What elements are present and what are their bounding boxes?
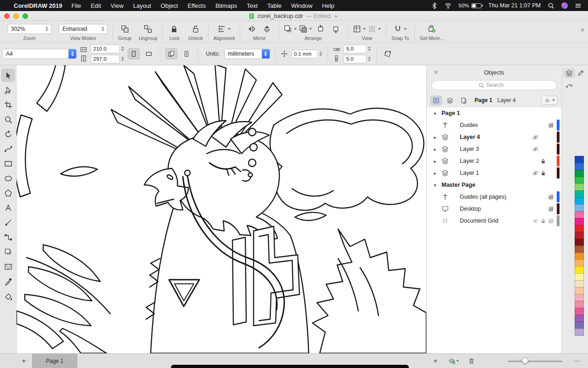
expand-chevron-icon[interactable]: ▸ (431, 147, 439, 152)
transparency-tool[interactable] (1, 260, 15, 273)
close-window-button[interactable] (4, 13, 10, 19)
color-swatch-6[interactable] (575, 197, 584, 205)
expand-chevron-icon[interactable]: ▸ (431, 135, 439, 140)
wifi-icon[interactable] (445, 2, 452, 9)
color-swatch-12[interactable] (575, 239, 584, 246)
back-one-button[interactable] (329, 23, 342, 35)
mirror-vertical-button[interactable] (260, 23, 273, 35)
menu-effects[interactable]: Effects (187, 2, 206, 9)
landscape-button[interactable] (143, 48, 155, 59)
delete-button[interactable] (466, 356, 477, 366)
menu-view[interactable]: View (111, 2, 124, 9)
printer-off-toggle[interactable] (547, 121, 555, 129)
palette-editor-button[interactable] (575, 68, 587, 78)
eyedropper-tool[interactable] (1, 275, 15, 288)
ellipse-tool[interactable] (1, 172, 15, 185)
units-select[interactable]: millimeters (224, 49, 270, 59)
color-swatch-10[interactable] (575, 225, 584, 232)
dimension-tool[interactable] (1, 216, 15, 229)
menu-table[interactable]: Table (267, 2, 282, 9)
color-swatch-1[interactable] (575, 163, 584, 170)
zoom-level-select[interactable]: 302% (7, 24, 51, 34)
spotlight-icon[interactable] (548, 2, 554, 9)
menu-object[interactable]: Object (161, 2, 178, 9)
snap-to-button[interactable] (394, 23, 407, 35)
color-swatch-13[interactable] (575, 246, 584, 253)
color-swatch-3[interactable] (575, 177, 584, 184)
rectangle-tool[interactable] (1, 157, 15, 170)
portrait-button[interactable] (128, 48, 140, 59)
control-center-icon[interactable] (575, 2, 582, 9)
color-swatch-2[interactable] (575, 170, 584, 177)
group-button[interactable] (119, 23, 131, 35)
collapse-triangle-icon[interactable]: ▾ (431, 183, 439, 188)
color-swatch-15[interactable] (575, 259, 584, 267)
printer-off-toggle[interactable] (547, 217, 555, 224)
bottom-options-button[interactable]: ⋯ (573, 357, 581, 365)
ungroup-button[interactable] (141, 23, 154, 35)
color-swatch-4[interactable] (575, 184, 584, 191)
expand-chevron-icon[interactable]: ▸ (431, 159, 439, 164)
lock-toggle[interactable] (539, 217, 547, 224)
alignment-button[interactable] (218, 23, 231, 35)
treat-as-filled-button[interactable] (382, 48, 394, 59)
view-wireframe-button[interactable] (353, 23, 366, 35)
title-chevron-down-icon[interactable] (333, 13, 339, 19)
color-swatch-8[interactable] (575, 211, 584, 218)
add-page-button[interactable]: + (18, 356, 29, 366)
color-swatch-20[interactable] (575, 294, 584, 301)
forward-one-button[interactable] (314, 23, 327, 35)
mirror-horizontal-button[interactable] (245, 23, 258, 35)
minimize-window-button[interactable] (13, 13, 19, 19)
page-size-select[interactable]: A4 (2, 49, 77, 59)
lock-toggle[interactable] (539, 157, 547, 165)
curve-tool[interactable] (1, 142, 15, 155)
zoom-slider-thumb[interactable] (522, 357, 528, 364)
layer-row-layer-2[interactable]: ▸Layer 2 (427, 155, 561, 167)
current-page-button[interactable] (181, 48, 192, 59)
bluetooth-icon[interactable] (431, 2, 438, 9)
connector-tool[interactable] (1, 230, 15, 244)
color-swatch-23[interactable] (575, 315, 584, 322)
nudge-stepper[interactable] (319, 52, 322, 56)
color-swatch-18[interactable] (575, 280, 584, 288)
menu-clock[interactable]: Thu Mar 21 1:07 PM (488, 2, 541, 9)
layer-row-guides-all-pages[interactable]: Guides (all pages) (427, 191, 561, 203)
interactive-fill-tool[interactable] (1, 289, 15, 303)
view-mode-select[interactable]: Enhanced (59, 24, 107, 34)
pick-tool[interactable] (1, 69, 15, 82)
zoom-slider[interactable] (508, 356, 562, 366)
lock-button[interactable] (168, 23, 181, 35)
battery-indicator[interactable]: 50% (458, 3, 481, 8)
new-object-button[interactable]: + (430, 356, 441, 366)
eye-off-toggle[interactable] (531, 169, 539, 177)
menu-bitmaps[interactable]: Bitmaps (215, 2, 237, 9)
expand-chevron-icon[interactable]: ▸ (431, 171, 439, 176)
docker-close-icon[interactable] (431, 68, 441, 77)
zoom-tool[interactable] (1, 113, 15, 126)
app-menu-title[interactable]: CorelDRAW 2019 (14, 2, 62, 9)
menu-file[interactable]: File (71, 2, 81, 9)
color-swatch-7[interactable] (575, 204, 584, 212)
color-swatch-17[interactable] (575, 273, 584, 281)
color-swatch-16[interactable] (575, 266, 584, 274)
color-swatch-21[interactable] (575, 301, 584, 308)
to-back-button[interactable] (299, 23, 312, 35)
duplicate-x-stepper[interactable] (368, 46, 371, 51)
eye-off-toggle[interactable] (531, 217, 539, 224)
layer-row-layer-4[interactable]: ▸Layer 4 (427, 131, 561, 143)
color-swatch-24[interactable] (575, 322, 584, 329)
search-input[interactable] (486, 82, 510, 88)
docker-options-button[interactable] (541, 96, 558, 105)
toolbar-overflow-chevron[interactable]: » (581, 26, 584, 33)
free-transform-tool[interactable] (1, 127, 15, 141)
shape-tool[interactable] (1, 83, 15, 97)
objects-docker-tab[interactable] (563, 68, 575, 78)
search-box[interactable] (431, 80, 557, 90)
color-swatch-14[interactable] (575, 253, 584, 260)
color-swatch-19[interactable] (575, 287, 584, 294)
polygon-tool[interactable] (1, 186, 15, 200)
text-tool[interactable] (1, 201, 15, 214)
pages-view-button[interactable] (458, 96, 469, 105)
siri-icon[interactable] (561, 2, 568, 9)
